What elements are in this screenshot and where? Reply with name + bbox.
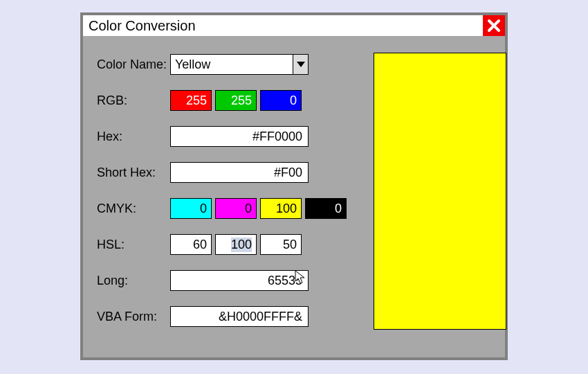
row-color-name: Color Name: Yellow: [97, 53, 361, 76]
row-hex: Hex: #FF0000: [97, 125, 361, 148]
cmyk-y-value: 100: [276, 202, 297, 216]
window-title: Color Conversion: [83, 15, 483, 36]
label-hsl: HSL:: [97, 238, 170, 252]
vba-input[interactable]: &H0000FFFF&: [170, 306, 309, 327]
hsl-l-input[interactable]: 50: [260, 234, 302, 255]
rgb-g-input[interactable]: 255: [215, 90, 257, 111]
label-short-hex: Short Hex:: [97, 166, 170, 180]
chevron-down-icon: [293, 55, 308, 74]
rgb-b-value: 0: [290, 93, 297, 108]
hsl-l-value: 50: [283, 238, 297, 252]
rgb-b-input[interactable]: 0: [260, 90, 302, 111]
cmyk-c-input[interactable]: 0: [170, 198, 212, 219]
close-icon: [486, 18, 502, 33]
row-hsl: HSL: 60 100 50: [97, 233, 361, 256]
svg-marker-2: [297, 62, 305, 67]
hsl-s-value: 100: [231, 238, 252, 252]
row-cmyk: CMYK: 0 0 100 0: [97, 197, 361, 220]
close-button[interactable]: [483, 15, 505, 36]
color-name-value: Yellow: [175, 57, 210, 72]
rgb-g-value: 255: [231, 93, 252, 108]
color-preview: [374, 53, 506, 330]
hsl-h-value: 60: [193, 238, 207, 252]
short-hex-input[interactable]: #F00: [170, 162, 309, 183]
hsl-h-input[interactable]: 60: [170, 234, 212, 255]
cmyk-c-value: 0: [200, 202, 207, 216]
row-long: Long: 65535: [97, 269, 361, 292]
cmyk-k-value: 0: [335, 202, 342, 216]
color-conversion-dialog: Color Conversion Color Name: Yellow: [80, 12, 508, 360]
titlebar: Color Conversion: [83, 15, 505, 36]
label-hex: Hex:: [97, 130, 170, 144]
hsl-s-input[interactable]: 100: [215, 234, 257, 255]
color-name-select[interactable]: Yellow: [170, 54, 309, 75]
label-color-name: Color Name:: [97, 57, 170, 72]
label-rgb: RGB:: [97, 93, 170, 108]
cmyk-y-input[interactable]: 100: [260, 198, 302, 219]
rgb-r-input[interactable]: 255: [170, 90, 212, 111]
long-input[interactable]: 65535: [170, 270, 309, 291]
cmyk-m-value: 0: [245, 202, 252, 216]
row-rgb: RGB: 255 255 0: [97, 89, 361, 112]
label-long: Long:: [97, 274, 170, 288]
row-vba: VBA Form: &H0000FFFF&: [97, 305, 361, 328]
hex-input[interactable]: #FF0000: [170, 126, 309, 147]
label-vba: VBA Form:: [97, 310, 170, 324]
cmyk-k-input[interactable]: 0: [305, 198, 347, 219]
rgb-r-value: 255: [186, 93, 207, 108]
cmyk-m-input[interactable]: 0: [215, 198, 257, 219]
label-cmyk: CMYK:: [97, 202, 170, 216]
row-short-hex: Short Hex: #F00: [97, 161, 361, 184]
